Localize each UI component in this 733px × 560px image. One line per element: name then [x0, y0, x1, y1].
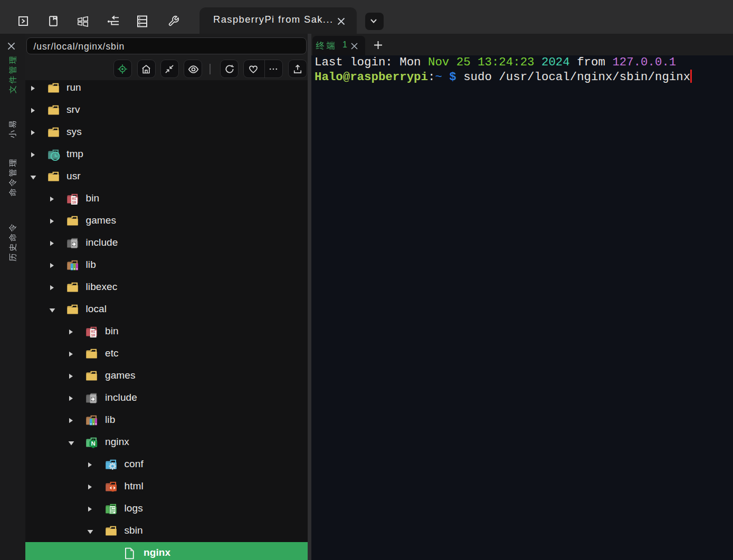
svg-text:N: N	[91, 440, 96, 447]
svg-text:10: 10	[91, 334, 96, 337]
svg-text:10: 10	[72, 201, 76, 205]
